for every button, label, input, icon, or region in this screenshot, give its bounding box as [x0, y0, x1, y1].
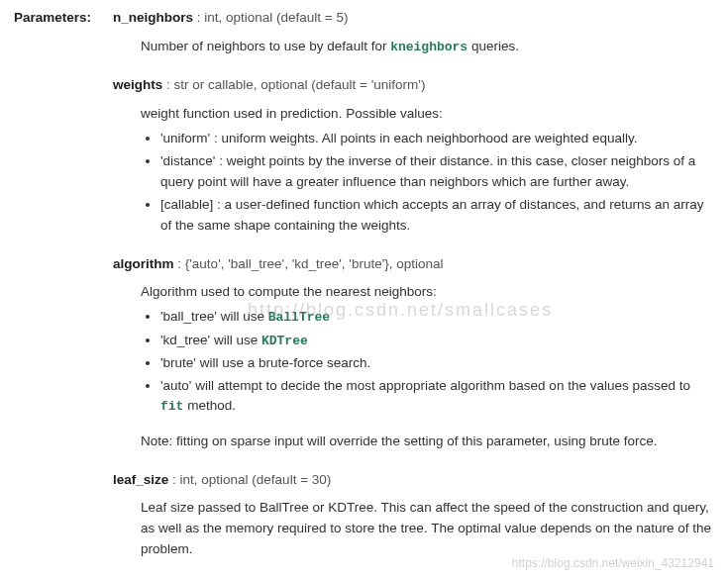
param-n-neighbors: n_neighbors : int, optional (default = 5…	[113, 8, 714, 57]
param-header: algorithm : {'auto', 'ball_tree', 'kd_tr…	[113, 254, 714, 275]
param-name: leaf_size	[113, 472, 168, 487]
parameters-section: Parameters: n_neighbors : int, optional …	[14, 8, 714, 578]
list-item: [callable] : a user-defined function whi…	[160, 195, 714, 237]
code-balltree: BallTree	[268, 310, 330, 325]
param-header: leaf_size : int, optional (default = 30)	[113, 470, 714, 491]
list-item: 'brute' will use a brute-force search.	[160, 353, 714, 374]
param-description: Number of neighbors to use by default fo…	[141, 37, 714, 57]
param-type: : int, optional (default = 30)	[168, 472, 331, 487]
param-description: Algorithm used to compute the nearest ne…	[141, 282, 714, 451]
desc-text: queries.	[468, 39, 519, 53]
desc-intro: Algorithm used to compute the nearest ne…	[141, 282, 714, 303]
code-fit: fit	[160, 399, 183, 414]
param-header: weights : str or callable, optional (def…	[113, 75, 714, 96]
param-type: : int, optional (default = 5)	[193, 10, 348, 25]
code-kneighbors: kneighbors	[390, 40, 468, 54]
desc-text: Number of neighbors to use by default fo…	[141, 39, 390, 53]
param-type: : str or callable, optional (default = '…	[162, 77, 425, 92]
param-header: n_neighbors : int, optional (default = 5…	[113, 8, 714, 29]
list-item: 'distance' : weight points by the invers…	[160, 151, 714, 193]
list-item: 'kd_tree' will use KDTree	[160, 331, 714, 351]
list-item: 'uniform' : uniform weights. All points …	[160, 129, 714, 149]
param-type: : {'auto', 'ball_tree', 'kd_tree', 'brut…	[174, 256, 444, 271]
algorithm-options-list: 'ball_tree' will use BallTree 'kd_tree' …	[141, 307, 714, 417]
param-description: weight function used in prediction. Poss…	[141, 104, 714, 237]
list-item: 'ball_tree' will use BallTree	[160, 307, 714, 328]
parameters-content: n_neighbors : int, optional (default = 5…	[113, 8, 714, 578]
opt-text: 'kd_tree' will use	[160, 333, 261, 347]
weights-options-list: 'uniform' : uniform weights. All points …	[141, 129, 714, 237]
list-item: 'auto' will attempt to decide the most a…	[160, 376, 714, 418]
opt-text: method.	[183, 398, 236, 413]
opt-text: 'ball_tree' will use	[160, 309, 268, 324]
desc-intro: weight function used in prediction. Poss…	[141, 104, 714, 125]
param-name: algorithm	[113, 256, 174, 271]
param-name: n_neighbors	[113, 10, 193, 25]
param-description: Leaf size passed to BallTree or KDTree. …	[141, 498, 714, 560]
param-name: weights	[113, 77, 162, 92]
param-algorithm: algorithm : {'auto', 'ball_tree', 'kd_tr…	[113, 254, 714, 452]
code-kdtree: KDTree	[261, 334, 308, 348]
param-weights: weights : str or callable, optional (def…	[113, 75, 714, 236]
param-leaf-size: leaf_size : int, optional (default = 30)…	[113, 470, 714, 561]
opt-text: 'auto' will attempt to decide the most a…	[160, 378, 690, 393]
parameters-label: Parameters:	[14, 8, 113, 29]
algorithm-note: Note: fitting on sparse input will overr…	[141, 432, 714, 452]
